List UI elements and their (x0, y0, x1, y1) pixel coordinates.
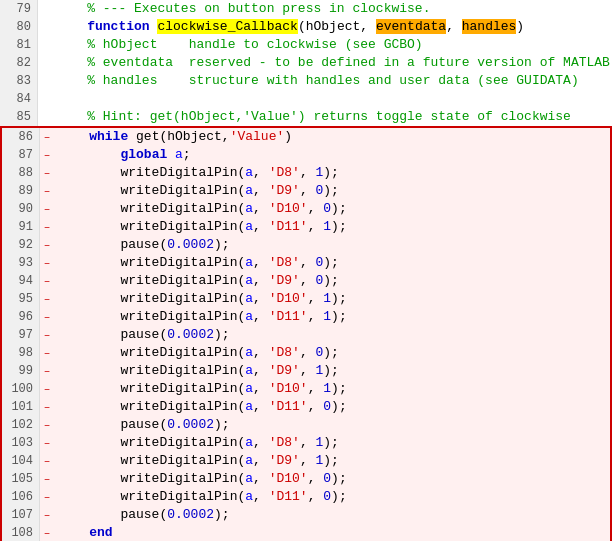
line-content: writeDigitalPin(a, 'D10', 0); (54, 200, 610, 218)
line-marker: – (40, 164, 54, 182)
line-number: 84 (0, 90, 38, 108)
code-line: 94 – writeDigitalPin(a, 'D9', 0); (2, 272, 610, 290)
code-line: 86 – while get(hObject,'Value') (2, 128, 610, 146)
code-line: 87 – global a; (2, 146, 610, 164)
line-number: 92 (2, 236, 40, 254)
line-marker: – (40, 416, 54, 434)
line-marker: – (40, 200, 54, 218)
line-number: 96 (2, 308, 40, 326)
code-line: 108 – end (2, 524, 610, 541)
line-content: while get(hObject,'Value') (54, 128, 610, 146)
code-line: 102 – pause(0.0002); (2, 416, 610, 434)
code-line: 88 – writeDigitalPin(a, 'D8', 1); (2, 164, 610, 182)
code-line: 105 – writeDigitalPin(a, 'D10', 0); (2, 470, 610, 488)
line-content: writeDigitalPin(a, 'D10', 0); (54, 470, 610, 488)
line-number: 82 (0, 54, 38, 72)
line-content: pause(0.0002); (54, 326, 610, 344)
line-number: 101 (2, 398, 40, 416)
code-line: 92 – pause(0.0002); (2, 236, 610, 254)
line-marker: – (40, 218, 54, 236)
line-content: % handles structure with handles and use… (52, 72, 612, 90)
line-content: writeDigitalPin(a, 'D8', 1); (54, 434, 610, 452)
line-number: 91 (2, 218, 40, 236)
line-number: 106 (2, 488, 40, 506)
line-marker: – (40, 398, 54, 416)
code-line: 107 – pause(0.0002); (2, 506, 610, 524)
code-line: 104 – writeDigitalPin(a, 'D9', 1); (2, 452, 610, 470)
line-marker: – (40, 362, 54, 380)
line-number: 95 (2, 290, 40, 308)
line-content: writeDigitalPin(a, 'D11', 1); (54, 308, 610, 326)
code-line: 82 % eventdata reserved - to be defined … (0, 54, 612, 72)
code-line: 83 % handles structure with handles and … (0, 72, 612, 90)
line-marker: – (40, 452, 54, 470)
line-marker: – (40, 308, 54, 326)
line-content: pause(0.0002); (54, 236, 610, 254)
code-editor: 79 % --- Executes on button press in clo… (0, 0, 612, 541)
line-content: writeDigitalPin(a, 'D9', 1); (54, 362, 610, 380)
line-number: 102 (2, 416, 40, 434)
code-line: 98 – writeDigitalPin(a, 'D8', 0); (2, 344, 610, 362)
line-marker: – (40, 380, 54, 398)
line-content: pause(0.0002); (54, 416, 610, 434)
line-content: % --- Executes on button press in clockw… (52, 0, 612, 18)
line-content: writeDigitalPin(a, 'D10', 1); (54, 290, 610, 308)
line-content: writeDigitalPin(a, 'D11', 1); (54, 218, 610, 236)
line-number: 105 (2, 470, 40, 488)
line-content: writeDigitalPin(a, 'D9', 0); (54, 182, 610, 200)
code-line: 96 – writeDigitalPin(a, 'D11', 1); (2, 308, 610, 326)
line-content: writeDigitalPin(a, 'D9', 0); (54, 272, 610, 290)
line-marker: – (40, 128, 54, 146)
line-marker: – (40, 434, 54, 452)
line-content: writeDigitalPin(a, 'D10', 1); (54, 380, 610, 398)
line-marker: – (40, 470, 54, 488)
line-number: 97 (2, 326, 40, 344)
line-marker: – (40, 146, 54, 164)
line-marker: – (40, 290, 54, 308)
line-number: 98 (2, 344, 40, 362)
code-line: 79 % --- Executes on button press in clo… (0, 0, 612, 18)
line-marker: – (40, 326, 54, 344)
line-number: 79 (0, 0, 38, 18)
code-line: 89 – writeDigitalPin(a, 'D9', 0); (2, 182, 610, 200)
line-marker: – (40, 236, 54, 254)
code-line: 95 – writeDigitalPin(a, 'D10', 1); (2, 290, 610, 308)
line-content: % hObject handle to clockwise (see GCBO) (52, 36, 612, 54)
line-content: writeDigitalPin(a, 'D11', 0); (54, 398, 610, 416)
line-content: writeDigitalPin(a, 'D8', 0); (54, 344, 610, 362)
line-content: global a; (54, 146, 610, 164)
code-line: 99 – writeDigitalPin(a, 'D9', 1); (2, 362, 610, 380)
line-number: 93 (2, 254, 40, 272)
line-number: 89 (2, 182, 40, 200)
line-number: 86 (2, 128, 40, 146)
line-marker: – (40, 182, 54, 200)
line-content: function clockwise_Callback(hObject, eve… (52, 18, 612, 36)
normal-code-block: 79 % --- Executes on button press in clo… (0, 0, 612, 126)
line-number: 99 (2, 362, 40, 380)
line-number: 90 (2, 200, 40, 218)
code-line: 100 – writeDigitalPin(a, 'D10', 1); (2, 380, 610, 398)
line-number: 88 (2, 164, 40, 182)
line-content: writeDigitalPin(a, 'D11', 0); (54, 488, 610, 506)
code-line: 106 – writeDigitalPin(a, 'D11', 0); (2, 488, 610, 506)
line-number: 100 (2, 380, 40, 398)
code-line: 91 – writeDigitalPin(a, 'D11', 1); (2, 218, 610, 236)
code-line: 103 – writeDigitalPin(a, 'D8', 1); (2, 434, 610, 452)
line-marker: – (40, 506, 54, 524)
line-content: writeDigitalPin(a, 'D8', 0); (54, 254, 610, 272)
line-content: writeDigitalPin(a, 'D8', 1); (54, 164, 610, 182)
highlighted-code-block: 86 – while get(hObject,'Value') 87 – glo… (0, 126, 612, 541)
code-line: 80 function clockwise_Callback(hObject, … (0, 18, 612, 36)
line-marker: – (40, 254, 54, 272)
code-line: 93 – writeDigitalPin(a, 'D8', 0); (2, 254, 610, 272)
line-number: 94 (2, 272, 40, 290)
line-number: 103 (2, 434, 40, 452)
line-marker: – (40, 524, 54, 541)
line-content: % Hint: get(hObject,'Value') returns tog… (52, 108, 612, 126)
line-number: 87 (2, 146, 40, 164)
line-content: end (54, 524, 610, 541)
line-content: pause(0.0002); (54, 506, 610, 524)
line-marker: – (40, 344, 54, 362)
code-line: 85 % Hint: get(hObject,'Value') returns … (0, 108, 612, 126)
line-number: 80 (0, 18, 38, 36)
